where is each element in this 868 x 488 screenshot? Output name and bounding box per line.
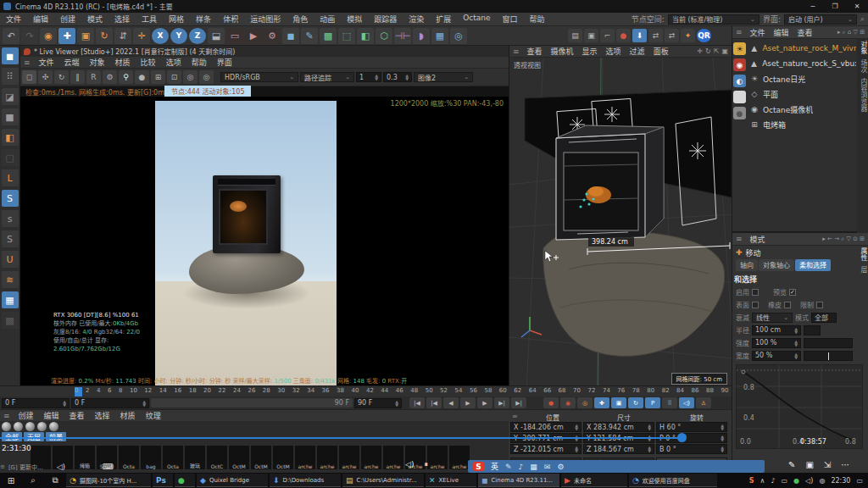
next-frame-button[interactable]: ▶ bbox=[477, 397, 492, 408]
manager-tab[interactable]: 场次 bbox=[857, 59, 868, 73]
octane-light-icon[interactable]: ✦ bbox=[681, 29, 695, 42]
primitive-cube-icon[interactable]: ◼ bbox=[282, 28, 299, 44]
rotation-b-field[interactable]: B 0 °▲▼ bbox=[656, 444, 727, 454]
interface-dropdown[interactable]: 启动 (用户)⌄ bbox=[784, 14, 857, 25]
x-axis-lock-icon[interactable]: X bbox=[152, 28, 169, 44]
search-icon[interactable]: ⌕ bbox=[860, 14, 865, 24]
material-sphere-icon[interactable] bbox=[49, 422, 58, 431]
menu-item[interactable]: Octane bbox=[457, 14, 496, 25]
search-icon[interactable]: ⌕ bbox=[22, 473, 44, 488]
render-canvas[interactable]: 1200*2000 缩放:%30 PAN:-43,-80 RTX 3060 [D… bbox=[20, 97, 509, 390]
material-thumbnail[interactable]: arche bbox=[449, 446, 470, 469]
menu-item[interactable]: 编辑 bbox=[27, 14, 54, 25]
live-viewer-menu-item[interactable]: 对象 bbox=[85, 57, 110, 68]
screenshot-icon[interactable]: ▣ bbox=[805, 460, 813, 469]
live-viewer-menu-item[interactable]: 材质 bbox=[110, 57, 136, 68]
pan-view-icon[interactable]: ✛ bbox=[697, 47, 703, 55]
octane-region-render-icon[interactable]: ⌐ bbox=[600, 29, 615, 42]
deformer-icon[interactable]: ◧ bbox=[357, 28, 374, 44]
start-button[interactable]: ⊞ bbox=[0, 473, 22, 488]
menu-item[interactable]: 创建 bbox=[54, 14, 81, 25]
menu-item[interactable]: 窗口 bbox=[497, 14, 524, 25]
taskbar-photoshop[interactable]: Ps bbox=[153, 474, 173, 487]
taskbar-cinema4d[interactable]: ◼Cinema 4D R23.11... bbox=[478, 474, 559, 487]
attribute-tab[interactable]: 对象轴心 bbox=[759, 259, 794, 271]
lv-restart-icon[interactable]: ↻ bbox=[54, 70, 69, 84]
material-thumbnail[interactable]: Octa bbox=[163, 446, 183, 469]
y-axis-lock-icon[interactable]: Y bbox=[170, 28, 187, 44]
manager-tab[interactable]: 对象 bbox=[857, 41, 868, 54]
undo-icon[interactable]: ↶ bbox=[3, 28, 19, 44]
menu-item[interactable]: 模拟 bbox=[341, 14, 368, 25]
material-menu-item[interactable]: 选择 bbox=[90, 410, 115, 421]
strength-slider[interactable] bbox=[804, 338, 853, 348]
render-settings-icon[interactable]: ⚙ bbox=[264, 28, 281, 44]
record-position-button[interactable]: ✚ bbox=[594, 397, 609, 408]
object-octane-daylight[interactable]: ☀Octane日光 bbox=[749, 71, 856, 86]
toggle-view-icon[interactable]: ▣ bbox=[721, 47, 728, 55]
attribute-panel-tab[interactable]: 层 bbox=[857, 266, 868, 273]
play-button[interactable]: ▶ bbox=[460, 397, 476, 408]
live-viewer-menu-item[interactable]: 帮助 bbox=[186, 57, 212, 68]
scale-tool-icon[interactable]: ▣ bbox=[77, 28, 94, 44]
material-thumbnail[interactable]: OctM bbox=[229, 446, 249, 469]
lv-settings-icon[interactable]: ⚙ bbox=[103, 70, 117, 84]
object-manager-tools[interactable]: ▸ ⌕ ⌂ ▽ ⊞ bbox=[837, 29, 868, 36]
object-manager-menu-item[interactable]: 文件 bbox=[746, 27, 770, 38]
width-slider[interactable] bbox=[804, 351, 853, 361]
taskbar-wechat-app[interactable]: ● bbox=[175, 474, 195, 487]
radius-field[interactable]: 100 cm▲▼ bbox=[752, 325, 801, 336]
minimize-icon[interactable]: ⇲ bbox=[824, 460, 831, 469]
z-axis-lock-icon[interactable]: Z bbox=[189, 28, 206, 44]
tray-hidden-icons[interactable]: ∧ bbox=[760, 477, 765, 485]
zoom-view-icon[interactable]: ⇱ bbox=[714, 47, 720, 55]
tray-network-icon[interactable]: ◍ bbox=[819, 477, 825, 485]
render-picture-viewer-icon[interactable]: ▶ bbox=[245, 28, 262, 44]
pencil-icon[interactable]: ✎ bbox=[788, 460, 795, 469]
autokey-button[interactable]: ◉ bbox=[560, 397, 576, 408]
lv-cube-icon[interactable]: ◻ bbox=[22, 70, 36, 84]
sound-button[interactable]: ◁) bbox=[679, 397, 694, 408]
filter-camera-icon[interactable]: ◉ bbox=[733, 58, 746, 71]
polygon-mode-icon[interactable]: ■ bbox=[2, 108, 19, 125]
material-thumbnail[interactable]: arche bbox=[317, 446, 337, 469]
lv-focus-icon[interactable]: ◎ bbox=[183, 70, 198, 84]
taskbar-xelive[interactable]: ✕XELive bbox=[426, 474, 476, 487]
menu-item[interactable]: 网格 bbox=[163, 14, 190, 25]
octane-livedb-icon[interactable]: ⬇ bbox=[632, 29, 647, 42]
position-z-field[interactable]: Z -212.015 cm▲▼ bbox=[510, 444, 581, 454]
material-thumbnail[interactable]: OctM bbox=[273, 446, 293, 469]
points-mode-icon[interactable]: ⠿ bbox=[2, 68, 19, 85]
lv-pick-icon[interactable]: ⊡ bbox=[167, 70, 181, 84]
viewport-menu-item[interactable]: 面板 bbox=[649, 46, 673, 57]
viewport-menu-item[interactable]: 选项 bbox=[602, 46, 626, 57]
enable-checkbox[interactable] bbox=[752, 289, 759, 296]
sogou-mic-icon[interactable]: ♪ bbox=[519, 463, 524, 471]
taskbar-quixel-bridge[interactable]: ◆Quixel Bridge bbox=[197, 474, 268, 487]
sogou-tools-icon[interactable]: ⚙ bbox=[557, 463, 564, 471]
preview-checkbox[interactable]: ✓ bbox=[789, 289, 796, 296]
material-menu-item[interactable]: 创建 bbox=[14, 410, 39, 421]
menu-item[interactable]: 角色 bbox=[287, 14, 314, 25]
record-pla-button[interactable]: ⠿ bbox=[662, 397, 677, 408]
viewport-menu-item[interactable]: 显示 bbox=[578, 46, 602, 57]
burger-icon[interactable]: ≡ bbox=[732, 235, 746, 243]
colorspace-dropdown[interactable]: HDR/sRGB⌄ bbox=[220, 72, 298, 82]
current-frame-field[interactable]: 0 F▲▼ bbox=[2, 398, 70, 408]
notification-icon[interactable]: ▭ bbox=[856, 477, 863, 485]
taskbar-baidu-pan[interactable]: ◔欢迎使用百度网盘 bbox=[629, 474, 717, 487]
viewport-menu-item[interactable]: 摄像机 bbox=[547, 46, 578, 57]
size-x-field[interactable]: X 283.942 cm▲▼ bbox=[583, 422, 654, 432]
burger-icon[interactable]: ≡ bbox=[509, 47, 523, 56]
filter-shading-icon[interactable]: ◐ bbox=[733, 75, 746, 87]
simulate-icon[interactable]: ⬡ bbox=[376, 28, 392, 44]
menu-item[interactable]: 跟踪器 bbox=[368, 14, 403, 25]
task-view-icon[interactable]: ⧉ bbox=[44, 473, 66, 488]
orbit-view-icon[interactable]: ↻ bbox=[705, 47, 711, 55]
burger-icon[interactable]: ≡ bbox=[20, 58, 34, 67]
inactive-mode-icon[interactable]: ▢ bbox=[2, 149, 19, 166]
object-rock-s[interactable]: ▲Aset_nature_rock_S_vbuxc bbox=[749, 56, 856, 71]
sogou-msg-icon[interactable]: ✉ bbox=[544, 463, 551, 471]
attribute-tab[interactable]: 柔和选择 bbox=[795, 259, 831, 271]
object-oven[interactable]: ⊞电烤箱 bbox=[749, 117, 856, 132]
